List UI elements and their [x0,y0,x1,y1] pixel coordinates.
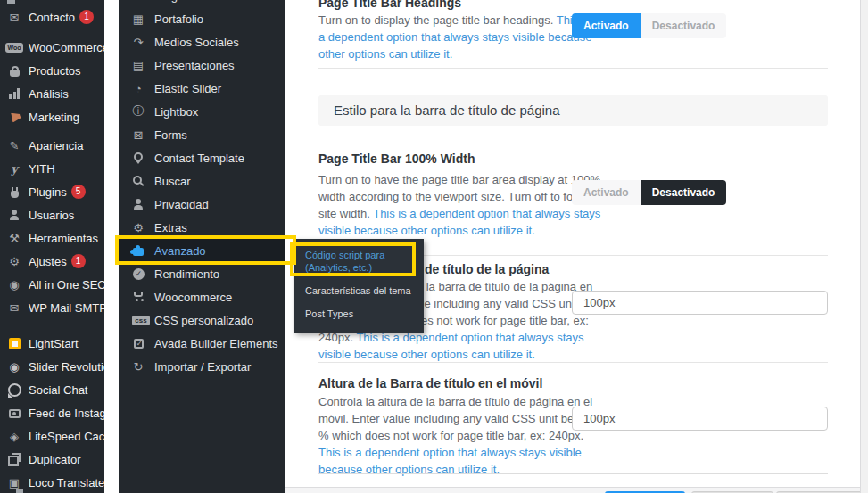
sidebar-item-ajustes[interactable]: ⚙ Ajustes 1 [0,250,104,273]
tools-icon: ⚒ [7,232,21,245]
theme-menu-item-extras[interactable]: ⚙ Extras [119,216,285,239]
sidebar-item-label: Contacto [29,11,75,24]
wp-admin-sidebar: ✉ Contacto 1 Woo WooCommerce Productos A… [0,0,104,493]
sidebar-item-marketing[interactable]: Marketing [0,105,104,128]
sidebar-item-lightstart[interactable]: LightStart [0,332,104,355]
megaphone-icon [7,112,21,122]
flyout-item-codigo-script[interactable]: Código script para (Analytics, etc.) [294,243,424,279]
search-icon [131,176,145,186]
sidebar-item-apariencia[interactable]: ✎ Apariencia [0,134,104,157]
flyout-item-caracteristicas-del-tema[interactable]: Características del tema [294,279,424,302]
option-title-page-title-bar-headings: Page Title Bar Headings [318,0,461,10]
sidebar-item-all-in-one-seo[interactable]: ◉ All in One SEO [0,273,104,296]
sidebar-item-wp-mail-smtp[interactable]: ✉ WP Mail SMTP [0,296,104,319]
settings-icon: ⚙ [7,255,21,268]
envelope-icon: ⊠ [131,128,145,142]
mail-icon: ✉ [7,11,21,24]
sidebar-item-slider-revolution[interactable]: ◉ Slider Revolution [0,355,104,378]
sidebar-item-litespeed-cache[interactable]: ◈ LiteSpeed Cache [0,424,104,448]
theme-menu-item-portafolio[interactable]: ▦ Portafolio [119,7,285,30]
instagram-camera-icon [7,407,21,418]
theme-menu-item-elastic-slider[interactable]: ◔ Elastic Slider [119,77,285,100]
desactivado-button[interactable]: Desactivado [641,180,727,205]
avanzado-flyout-menu: Código script para (Analytics, etc.) Car… [294,239,424,333]
sidebar-item-duplicator[interactable]: Duplicator [0,448,104,471]
sidebar-item-productos[interactable]: Productos [0,59,104,82]
page-title-bar-mobile-height-input[interactable] [572,407,828,431]
sidebar-item-analisis[interactable]: Análisis [0,82,104,105]
lightstart-icon [7,338,21,349]
sidebar-item-plugins[interactable]: Plugins 5 [0,180,104,203]
theme-menu-item-importar-exportar[interactable]: ↻ Importar / Exportar [119,355,285,378]
option-description: Turn on to have the page title bar area … [318,171,601,239]
option-title-page-title-bar-100-width: Page Title Bar 100% Width [318,152,475,166]
theme-menu-item-woocommerce[interactable]: Woocommerce [119,285,285,308]
page-title-bar-width-toggle: Activado Desactivado [572,180,726,205]
cut-menu-icon [7,0,15,4]
activado-button[interactable]: Activado [572,13,641,38]
scrollbar-track[interactable] [860,0,868,493]
chat-bubble-icon [7,383,21,397]
theme-menu-item-presentaciones[interactable]: ▤ Presentaciones [119,53,285,77]
pencil-icon: ✎ [131,0,145,3]
theme-menu-item-lightbox[interactable]: ⓘ Lightbox [119,100,285,123]
divider [318,473,828,474]
woocommerce-icon: Woo [7,43,21,53]
plugin-icon [7,186,21,198]
theme-menu-item-avada-builder-elements[interactable]: Avada Builder Elements [119,332,285,355]
notification-badge: 5 [71,185,86,199]
flyout-item-post-types[interactable]: Post Types [294,302,424,325]
person-icon [131,199,145,210]
grid-icon: ▦ [131,12,145,26]
analytics-bars-icon [7,88,21,99]
appearance-brush-icon: ✎ [7,139,21,152]
option-description: Controla la altura de la barra de título… [318,393,601,478]
sidebar-item-social-chat[interactable]: Social Chat [0,378,104,401]
theme-menu-item-contact-template[interactable]: Contact Template [119,146,285,169]
clock-icon: ◔ [131,82,145,95]
sidebar-item-feed-de-instagram[interactable]: Feed de Instagram [0,401,104,424]
sidebar-item-contacto[interactable]: ✉ Contacto 1 [0,5,104,29]
css-badge-icon: css [131,316,151,325]
desactivado-button[interactable]: Desactivado [641,13,727,38]
info-circle-icon: ⓘ [131,103,145,119]
theme-menu-item-rendimiento[interactable]: Rendimiento [119,262,285,285]
theme-menu-item-avanzado[interactable]: Avanzado [119,239,285,262]
yith-icon: y [7,162,21,176]
image-icon: ▤ [131,59,145,72]
notification-badge: 1 [71,254,86,268]
page-title-bar-height-input[interactable] [572,291,828,315]
dependent-option-note: This is a dependent option that always s… [318,446,582,476]
theme-menu-item-css-personalizado[interactable]: css CSS personalizado [119,308,285,332]
activado-button[interactable]: Activado [572,180,641,205]
square-check-icon [131,339,145,349]
sidebar-item-woocommerce[interactable]: Woo WooCommerce [0,36,104,59]
refresh-arrows-icon: ↻ [131,360,145,374]
section-header-estilo-barra-titulo: Estilo para la barra de título de página [318,95,828,126]
gears-icon: ⚙ [131,221,145,234]
duplicator-copy-icon [7,453,21,466]
theme-menu-item-medios-sociales[interactable]: ↷ Medios Sociales [119,30,285,53]
page-title-bar-headings-toggle: Activado Desactivado [572,13,726,38]
slider-revolution-icon: ◉ [7,360,21,374]
share-arrow-icon: ↷ [131,36,145,49]
sidebar-item-yith[interactable]: y YITH [0,157,104,180]
aioseo-icon: ◉ [7,278,21,292]
litespeed-diamond-icon: ◈ [7,430,21,443]
divider [318,362,828,363]
smtp-mail-icon: ✉ [7,301,21,315]
loco-translate-icon: ▣ [7,476,21,489]
location-pin-icon [131,152,145,164]
check-circle-icon [131,268,145,280]
theme-options-menu: ✎ Blog ▦ Portafolio ↷ Medios Sociales ▤ … [119,0,285,493]
users-icon [7,210,21,220]
theme-menu-item-privacidad[interactable]: Privacidad [119,193,285,216]
sidebar-item-herramientas[interactable]: ⚒ Herramientas [0,226,104,250]
theme-menu-item-buscar[interactable]: Buscar [119,169,285,193]
footer-save-bar [285,487,868,493]
theme-menu-item-blog[interactable]: ✎ Blog [119,0,285,7]
theme-menu-item-forms[interactable]: ⊠ Forms [119,123,285,146]
products-bag-icon [7,65,21,77]
sidebar-item-usuarios[interactable]: Usuarios [0,203,104,226]
option-description: Turn on to display the page title bar he… [318,12,598,62]
